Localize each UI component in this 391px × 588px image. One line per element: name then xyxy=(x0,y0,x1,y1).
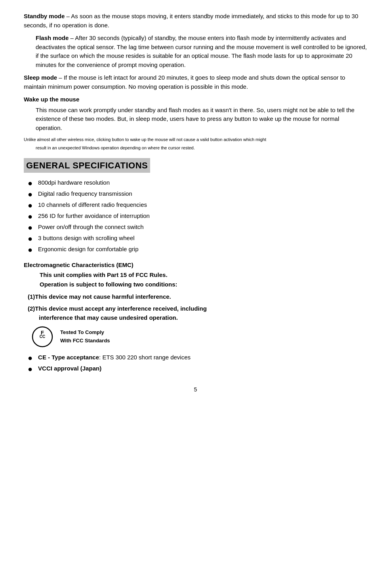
list-item: ●800dpi hardware resolution xyxy=(28,178,367,188)
list-item-text: 3 buttons design with scrolling wheel xyxy=(38,234,134,243)
list-item: ●Power on/off through the connect switch xyxy=(28,223,367,232)
sleep-dash: – xyxy=(57,74,64,81)
fcc-logo-block: F CC Tested To Comply With FCC Standards xyxy=(32,326,367,347)
bullet-dot: ● xyxy=(28,200,32,210)
list-item-text: 256 ID for further avoidance of interrup… xyxy=(38,212,150,221)
bottom-bullet-list: ● CE - Type acceptance: ETS 300 220 shor… xyxy=(28,353,367,374)
standby-mode-term: Standby mode xyxy=(24,13,65,19)
emc-condition1: (1)This device may not cause harmful int… xyxy=(28,292,367,302)
general-specs-heading: GENERAL SPECIFICATIONS xyxy=(24,151,367,178)
page-number: 5 xyxy=(24,386,367,394)
list-item-text: Ergonomic design for comfortable grip xyxy=(38,245,138,254)
bullet-dot: ● xyxy=(28,223,32,232)
fcc-standards-label: With FCC Standards xyxy=(60,337,110,345)
emc-condition2-line2: interference that may cause undesired op… xyxy=(39,313,367,323)
bullet-dot: ● xyxy=(28,353,32,363)
vcci-label: VCCI approval (Japan) xyxy=(38,365,101,372)
emc-title: Electromagnetic Characteristics (EMC) xyxy=(24,261,367,270)
standby-desc: As soon as the mouse stops moving, it en… xyxy=(24,13,358,29)
list-item: ●3 buttons design with scrolling wheel xyxy=(28,234,367,243)
bullet-dot: ● xyxy=(28,189,32,199)
list-item-ce: ● CE - Type acceptance: ETS 300 220 shor… xyxy=(28,353,367,363)
emc-line1: This unit complies with Part 15 of FCC R… xyxy=(40,271,367,280)
fcc-tested-label: Tested To Comply xyxy=(60,328,110,337)
list-item-ce-text: CE - Type acceptance: ETS 300 220 short … xyxy=(38,353,191,362)
bullet-dot: ● xyxy=(28,245,32,254)
list-item-vcci: ● VCCI approval (Japan) xyxy=(28,364,367,374)
bullet-dot: ● xyxy=(28,364,32,374)
ce-rest: : ETS 300 220 short range devices xyxy=(99,354,191,361)
emc-line2: Operation is subject to following two co… xyxy=(40,280,367,289)
svg-text:CC: CC xyxy=(40,334,45,339)
standby-dash: – xyxy=(65,13,71,19)
sleep-mode-block: Sleep mode – If the mouse is left intact… xyxy=(24,73,367,91)
general-specs-label: GENERAL SPECIFICATIONS xyxy=(24,158,150,173)
flash-mode-block: Flash mode – After 30 seconds (typically… xyxy=(36,34,367,69)
flash-mode-term: Flash mode xyxy=(36,34,69,41)
list-item-text: 800dpi hardware resolution xyxy=(38,178,110,187)
list-item-text: Power on/off through the connect switch xyxy=(38,223,144,232)
list-item-text: 10 channels of different radio frequenci… xyxy=(38,200,147,210)
wake-para: This mouse can work promptly under stand… xyxy=(36,106,367,133)
flash-dash: – xyxy=(69,34,75,41)
bullet-dot: ● xyxy=(28,212,32,221)
emc-section: Electromagnetic Characteristics (EMC) Th… xyxy=(24,261,367,347)
list-item-vcci-text: VCCI approval (Japan) xyxy=(38,364,101,373)
list-item-text: Digital radio frequency transmission xyxy=(38,189,132,199)
emc-condition2: (2)This device must accept any interfere… xyxy=(28,304,367,322)
standby-mode-block: Standby mode – As soon as the mouse stop… xyxy=(24,12,367,30)
flash-desc: After 30 seconds (typically) of standby,… xyxy=(36,34,367,68)
fcc-logo-icon: F CC xyxy=(32,326,53,347)
list-item: ●256 ID for further avoidance of interru… xyxy=(28,212,367,221)
small-note-2: result in an unexpected Windows operatio… xyxy=(36,145,367,151)
small-note-1: Unlike almost all other wireless mice, c… xyxy=(24,136,367,143)
emc-condition2-line1: (2)This device must accept any interfere… xyxy=(28,304,367,313)
emc-indent: This unit complies with Part 15 of FCC R… xyxy=(40,271,367,289)
list-item: ●Ergonomic design for comfortable grip xyxy=(28,245,367,254)
bullet-dot: ● xyxy=(28,234,32,243)
wake-heading: Wake up the mouse xyxy=(24,95,367,104)
list-item: ●Digital radio frequency transmission xyxy=(28,189,367,199)
sleep-mode-term: Sleep mode xyxy=(24,74,57,81)
sleep-desc: If the mouse is left intact for around 2… xyxy=(24,74,345,90)
ce-label: CE - Type acceptance xyxy=(38,354,99,361)
fcc-text-block: Tested To Comply With FCC Standards xyxy=(60,328,110,345)
general-specs-list: ●800dpi hardware resolution ●Digital rad… xyxy=(28,178,367,254)
list-item: ●10 channels of different radio frequenc… xyxy=(28,200,367,210)
bullet-dot: ● xyxy=(28,178,32,188)
